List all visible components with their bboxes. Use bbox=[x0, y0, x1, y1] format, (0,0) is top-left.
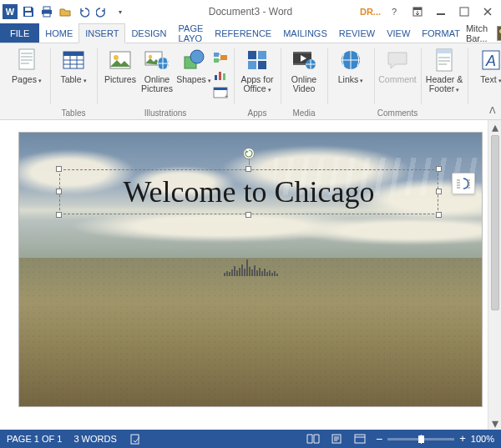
apps-for-office-button[interactable]: Apps for Office▾ bbox=[239, 47, 276, 94]
resize-handle-se[interactable] bbox=[436, 212, 442, 218]
online-video-icon bbox=[291, 47, 317, 73]
shapes-button[interactable]: Shapes▾ bbox=[175, 47, 212, 85]
collapse-ribbon-button[interactable]: ᐱ bbox=[489, 105, 496, 116]
scroll-down-button[interactable]: ▾ bbox=[488, 416, 501, 430]
resize-handle-ne[interactable] bbox=[436, 166, 442, 172]
svg-rect-3 bbox=[25, 13, 32, 16]
pictures-button[interactable]: Pictures bbox=[102, 47, 139, 84]
tab-review[interactable]: REVIEW bbox=[333, 23, 381, 43]
document-area[interactable]: Welcome to Chicago bbox=[0, 120, 501, 430]
zoom-slider-knob[interactable] bbox=[418, 435, 424, 443]
undo-button[interactable] bbox=[75, 3, 92, 20]
group-tables: Table▾ Tables bbox=[50, 43, 97, 119]
zoom-in-button[interactable]: + bbox=[459, 435, 466, 443]
tab-page-layout[interactable]: PAGE LAYO bbox=[173, 23, 210, 43]
pages-button[interactable]: Pages▾ bbox=[8, 47, 45, 85]
group-label-apps: Apps bbox=[234, 108, 281, 118]
minimize-button[interactable] bbox=[431, 3, 451, 20]
open-button[interactable] bbox=[57, 3, 73, 20]
tab-format[interactable]: FORMAT bbox=[416, 23, 466, 43]
resize-handle-sw[interactable] bbox=[56, 212, 62, 218]
tab-mailings[interactable]: MAILINGS bbox=[277, 23, 333, 43]
apps-for-office-icon bbox=[244, 47, 271, 73]
resize-handle-w[interactable] bbox=[56, 189, 62, 194]
tab-design[interactable]: DESIGN bbox=[125, 23, 172, 43]
tab-home[interactable]: HOME bbox=[39, 23, 78, 43]
svg-point-21 bbox=[190, 50, 204, 63]
header-footer-button[interactable]: Header & Footer▾ bbox=[426, 47, 463, 94]
svg-rect-32 bbox=[258, 51, 266, 59]
status-words[interactable]: 3 WORDS bbox=[73, 434, 116, 444]
resize-handle-nw[interactable] bbox=[56, 166, 62, 172]
online-video-button[interactable]: Online Video bbox=[286, 47, 322, 93]
resize-handle-n[interactable] bbox=[245, 166, 251, 172]
user-avatar-icon bbox=[497, 26, 501, 41]
group-illustrations: Pictures Online Pictures Shapes▾ + Illus… bbox=[97, 43, 234, 119]
group-label-comments: Comments bbox=[374, 108, 421, 118]
signed-in-user[interactable]: Mitch Bar... bbox=[466, 23, 501, 43]
tab-references[interactable]: REFERENCE bbox=[209, 23, 277, 43]
vertical-scrollbar[interactable]: ▴ ▾ bbox=[488, 120, 501, 430]
tab-view[interactable]: VIEW bbox=[381, 23, 416, 43]
svg-rect-26 bbox=[219, 72, 221, 80]
redo-button[interactable] bbox=[94, 3, 110, 20]
smartart-button[interactable] bbox=[212, 50, 229, 65]
spelling-status-icon[interactable] bbox=[129, 433, 144, 445]
text-icon: A bbox=[478, 47, 501, 73]
web-layout-button[interactable] bbox=[352, 433, 367, 445]
text-button[interactable]: A Text▾ bbox=[473, 47, 501, 85]
text-box[interactable]: Welcome to Chicago bbox=[59, 169, 438, 214]
online-pictures-icon bbox=[144, 47, 170, 73]
layout-options-button[interactable] bbox=[452, 173, 475, 194]
text-box-content[interactable]: Welcome to Chicago bbox=[123, 174, 374, 209]
group-label-tables: Tables bbox=[50, 108, 97, 118]
tab-insert[interactable]: INSERT bbox=[78, 23, 125, 43]
maximize-button[interactable] bbox=[454, 3, 474, 20]
print-layout-button[interactable] bbox=[329, 433, 344, 445]
table-button[interactable]: Table▾ bbox=[55, 47, 92, 85]
text-box-frame[interactable]: Welcome to Chicago bbox=[59, 169, 438, 214]
links-button[interactable]: Links▾ bbox=[332, 47, 369, 85]
status-page[interactable]: PAGE 1 OF 1 bbox=[7, 434, 62, 444]
chart-button[interactable] bbox=[212, 68, 229, 83]
comment-button[interactable]: Comment bbox=[379, 47, 416, 84]
scroll-thumb[interactable] bbox=[491, 135, 499, 310]
svg-rect-47 bbox=[355, 435, 365, 443]
picture-skyline bbox=[19, 258, 482, 276]
svg-text:?: ? bbox=[392, 7, 397, 17]
zoom-slider[interactable] bbox=[387, 438, 454, 440]
ribbon: Pages▾ Table▾ Tables Pictures Online P bbox=[0, 43, 501, 120]
links-icon bbox=[337, 47, 364, 73]
help-button[interactable]: ? bbox=[384, 3, 404, 20]
zoom-out-button[interactable]: − bbox=[376, 435, 382, 443]
svg-rect-27 bbox=[223, 73, 225, 80]
status-bar: PAGE 1 OF 1 3 WORDS − + 100% bbox=[0, 430, 501, 448]
read-mode-button[interactable] bbox=[306, 433, 321, 445]
print-button[interactable] bbox=[38, 3, 55, 20]
online-pictures-button[interactable]: Online Pictures bbox=[139, 47, 175, 93]
group-header-footer: Header & Footer▾ bbox=[421, 43, 468, 119]
svg-rect-25 bbox=[215, 75, 217, 80]
svg-rect-24 bbox=[220, 55, 227, 60]
scroll-up-button[interactable]: ▴ bbox=[488, 120, 501, 133]
svg-point-18 bbox=[149, 55, 152, 58]
resize-handle-s[interactable] bbox=[245, 212, 251, 218]
inserted-picture[interactable]: Welcome to Chicago bbox=[18, 132, 483, 407]
rotate-handle[interactable] bbox=[243, 148, 255, 159]
close-button[interactable] bbox=[478, 3, 498, 20]
ribbon-display-options-badge[interactable]: DR... bbox=[360, 7, 381, 17]
svg-rect-41 bbox=[437, 49, 452, 53]
group-label-media: Media bbox=[281, 108, 327, 118]
save-button[interactable] bbox=[20, 3, 37, 20]
qat-customize[interactable]: ▾ bbox=[112, 3, 129, 20]
screenshot-button[interactable]: + bbox=[212, 85, 229, 100]
group-text: A Text▾ bbox=[468, 43, 501, 119]
zoom-level[interactable]: 100% bbox=[471, 434, 494, 444]
group-label-illustrations: Illustrations bbox=[97, 108, 234, 118]
ribbon-display-options[interactable] bbox=[407, 3, 428, 20]
tab-file[interactable]: FILE bbox=[0, 23, 39, 43]
resize-handle-e[interactable] bbox=[436, 189, 442, 194]
svg-rect-31 bbox=[248, 51, 256, 59]
group-pages: Pages▾ bbox=[0, 43, 50, 119]
group-links: Links▾ bbox=[327, 43, 374, 119]
